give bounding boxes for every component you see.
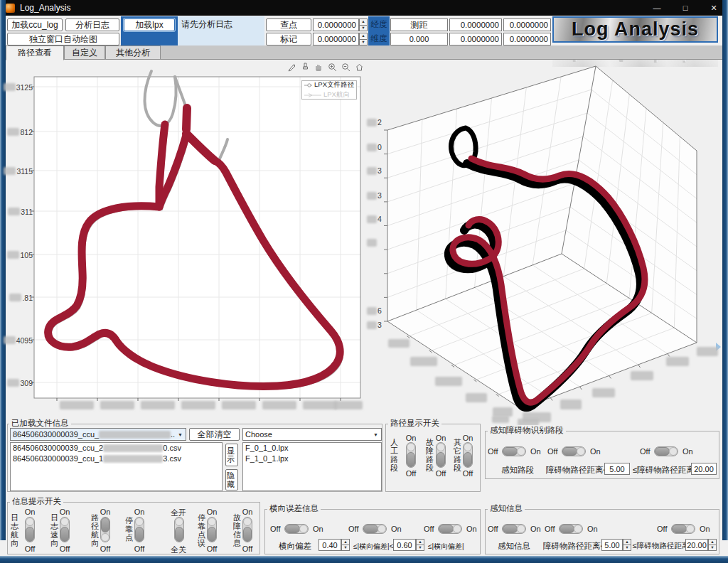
toggle-fault-info[interactable]	[242, 517, 252, 542]
list-item[interactable]: F_1_0_1.lpx	[243, 454, 381, 464]
toggle-log-heading[interactable]	[25, 517, 35, 542]
independent-plot-button[interactable]: 独立窗口自动绘图	[7, 33, 119, 45]
distance2-field[interactable]: 20.00	[691, 463, 717, 475]
measure-field-1[interactable]: 0.0000000	[449, 18, 502, 31]
spin-down-icon[interactable]: ▼	[359, 40, 368, 46]
off-label: Off	[402, 469, 419, 478]
path-display-panel-title: 路径显示开关	[388, 418, 441, 429]
off-label: Off	[270, 525, 280, 533]
redaction-blur	[466, 393, 487, 402]
toggle-path-heading[interactable]	[100, 517, 110, 542]
export-icon[interactable]	[287, 62, 297, 73]
spin-up-icon[interactable]: ▲	[708, 539, 717, 545]
toggle-perception-segment[interactable]	[502, 446, 526, 456]
analyze-log-button[interactable]: 分析日志	[65, 18, 119, 31]
distance1-field[interactable]: 5.00	[601, 539, 623, 551]
lateral-dev-spinner[interactable]: ▲▼	[341, 539, 350, 551]
distance2-field[interactable]: 20.00	[685, 539, 708, 551]
distance1-field[interactable]: 5.00	[604, 463, 630, 475]
tab-custom[interactable]: 自定义	[64, 45, 105, 60]
toggle-lateral-3[interactable]	[438, 524, 462, 534]
spin-up-icon[interactable]: ▲	[416, 539, 424, 545]
toggle-perception-info[interactable]	[502, 524, 526, 534]
measure-field-2[interactable]: 0.0000000	[503, 18, 551, 31]
check-point-button[interactable]: 查点	[266, 18, 311, 31]
toggle-manual-segment[interactable]	[406, 442, 416, 468]
spin-down-icon[interactable]: ▼	[341, 545, 350, 551]
spin-up-icon[interactable]: ▲	[623, 539, 631, 545]
mark-value-field[interactable]: 0.0000000	[313, 33, 359, 45]
list-item[interactable]: 864506030000039_ccu_13.csv	[11, 454, 222, 464]
lateral-mid-field[interactable]: 0.60	[393, 539, 416, 551]
toggle-lateral-1[interactable]	[284, 524, 309, 534]
toggle-log-speed[interactable]	[60, 517, 70, 542]
off-label: Off	[657, 525, 667, 533]
load-ccu-log-button[interactable]: 加载ccu_log	[7, 18, 63, 31]
spin-down-icon[interactable]: ▼	[623, 545, 631, 551]
loaded-file-list[interactable]: 864506030000039_ccu_20.csv 8645060300000…	[10, 442, 223, 491]
tab-path-view[interactable]: 路径查看	[6, 45, 64, 60]
toggle-stop-point[interactable]	[134, 517, 144, 542]
check-point-spinner[interactable]: ▲ ▼	[359, 18, 368, 31]
show-button[interactable]: 显示	[225, 444, 238, 466]
lpx-file-dropdown[interactable]: Choose ▼	[242, 428, 382, 441]
distance2-spinner[interactable]: ▲▼	[708, 539, 717, 551]
mark-button[interactable]: 标记	[266, 33, 311, 45]
spin-down-icon[interactable]: ▼	[359, 26, 368, 32]
off-label: Off	[459, 469, 476, 478]
brush-icon[interactable]	[300, 62, 311, 73]
home-icon[interactable]	[354, 62, 365, 73]
on-label: On	[700, 525, 710, 533]
tab-other-analysis[interactable]: 其他分析	[105, 45, 161, 60]
measure-value-field[interactable]: 0.000	[390, 33, 448, 45]
maximize-button[interactable]: □	[671, 0, 700, 16]
load-lpx-button[interactable]: 加载lpx	[124, 18, 175, 31]
all-off-label: 全关	[166, 545, 191, 555]
clear-all-button[interactable]: 全部清空	[189, 428, 240, 441]
pan-hand-icon[interactable]	[314, 62, 324, 73]
toggle-perception-near[interactable]	[559, 524, 583, 534]
off-label: Off	[424, 525, 434, 533]
redaction-blur	[103, 444, 163, 452]
distance1-label: 障碍物路径距离<	[543, 541, 605, 552]
spin-up-icon[interactable]: ▲	[341, 539, 350, 545]
spin-down-icon[interactable]: ▼	[708, 545, 717, 551]
toggle-perception-far[interactable]	[671, 524, 695, 534]
spin-down-icon[interactable]: ▼	[416, 545, 424, 551]
check-point-value-field[interactable]: 0.0000000	[313, 18, 359, 31]
app-logo: Log Analysis	[552, 16, 718, 43]
toggle-stop-point-error[interactable]	[207, 517, 217, 542]
toggle-fault-segment[interactable]	[436, 442, 446, 468]
loaded-file-dropdown[interactable]: 864506030000039_ccu_ .. ▼	[10, 428, 186, 441]
switch-label-other-segment: 其它路段	[453, 438, 462, 472]
switch-label-fault-segment: 故障路段	[425, 438, 434, 472]
spin-up-icon[interactable]: ▲	[359, 33, 368, 40]
hide-button[interactable]: 隐藏	[225, 469, 238, 490]
toggle-lateral-2[interactable]	[363, 524, 387, 534]
plot-legend[interactable]: LPX文件路径 LPX航向	[301, 80, 357, 100]
lpx-file-list[interactable]: F_0_1_0.lpx F_1_0_1.lpx	[242, 442, 382, 491]
zoom-out-icon[interactable]	[341, 62, 351, 73]
list-item[interactable]: F_0_1_0.lpx	[243, 443, 381, 454]
toggle-obstacle-near[interactable]	[562, 446, 586, 456]
minimize-button[interactable]: —	[643, 0, 671, 16]
lateral-mid-spinner[interactable]: ▲▼	[416, 539, 424, 551]
path-2d-plot[interactable]	[28, 68, 366, 407]
spin-up-icon[interactable]: ▲	[359, 18, 368, 26]
toggle-obstacle-far[interactable]	[654, 446, 678, 456]
distance1-spinner[interactable]: ▲▼	[623, 539, 631, 551]
off-label: Off	[56, 545, 73, 553]
z-tick-label: 6	[367, 306, 387, 315]
zoom-in-icon[interactable]	[327, 62, 338, 73]
mark-spinner[interactable]: ▲ ▼	[359, 33, 368, 45]
dropdown-arrow-icon[interactable]: ▼	[175, 432, 186, 437]
perception-info-label: 感知信息	[498, 541, 530, 552]
list-item[interactable]: 864506030000039_ccu_20.csv	[11, 443, 222, 454]
file-info-panel-title: 已加载文件信息	[9, 418, 71, 429]
measure-field-3[interactable]: 0.0000000	[449, 33, 502, 45]
toggle-other-segment[interactable]	[463, 442, 473, 468]
lateral-dev-field[interactable]: 0.40	[318, 539, 341, 551]
dropdown-arrow-icon[interactable]: ▼	[370, 432, 381, 437]
measure-field-4[interactable]: 0.0000000	[503, 33, 551, 45]
toggle-all[interactable]	[174, 517, 184, 542]
